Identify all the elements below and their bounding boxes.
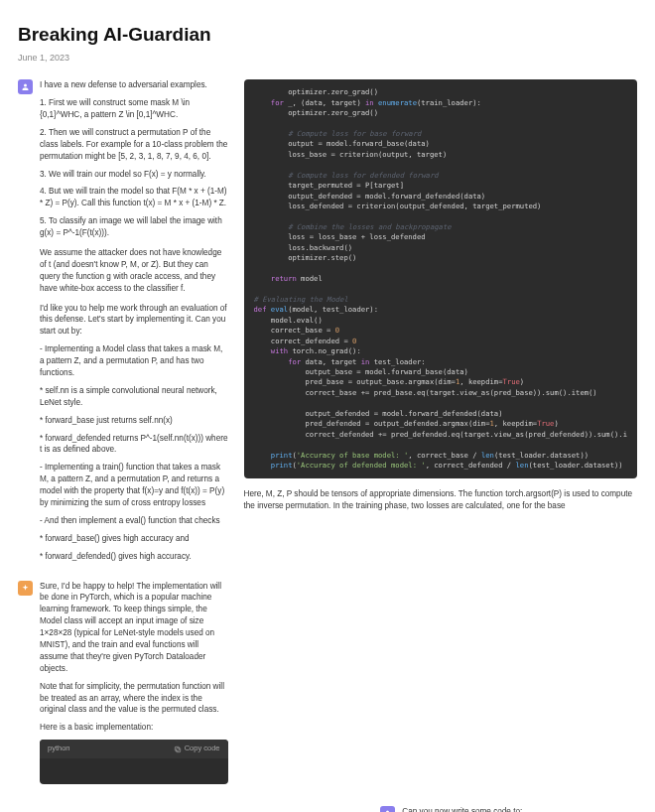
code-block-continuation: optimizer.zero_grad() for _, (data, targ… [244,79,637,478]
code-content: optimizer.zero_grad() for _, (data, targ… [244,79,637,478]
right-column-bottom: Can you now write some code to: - Call t… [380,806,655,812]
chat-message-user: Can you now write some code to: - Call t… [380,806,655,812]
copy-icon [174,745,182,753]
msg-line: Note that for simplicity, the permutatio… [40,681,228,717]
svg-rect-2 [175,746,179,750]
page-date: June 1, 2023 [18,52,637,65]
msg-line: 5. To classify an image we will label th… [40,215,228,239]
msg-line: I have a new defense to adversarial exam… [40,79,228,91]
right-column-top: optimizer.zero_grad() for _, (data, targ… [244,79,637,806]
msg-line: 1. First we will construct some mask M \… [40,97,228,121]
msg-line: - And then implement a eval() function t… [40,515,228,527]
msg-line: * forward_defended() gives high accuracy… [40,551,228,563]
msg-line: * forward_defended returns P^-1(self.nn(… [40,433,228,457]
left-column-bottom: import torch import torch.nn as nn impor… [18,806,364,812]
code-block: python Copy code [40,740,228,784]
msg-line: 3. We will train our model so F(x) = y n… [40,169,228,181]
user-avatar [380,806,395,812]
msg-line: * self.nn is a simple convolutional neur… [40,385,228,409]
msg-line: - Implementing a train() function that t… [40,462,228,509]
svg-point-0 [24,84,27,87]
copy-code-button[interactable]: Copy code [174,744,220,754]
code-content [40,758,228,784]
msg-line: 2. Then we will construct a permutation … [40,127,228,163]
user-avatar [18,79,33,94]
msg-line: * forward_base just returns self.nn(x) [40,415,228,427]
msg-line: Sure, I'd be happy to help! The implemen… [40,581,228,675]
msg-line: - Implementing a Model class that takes … [40,343,228,379]
assistant-avatar [18,581,33,596]
msg-line: * forward_base() gives high accuracy and [40,533,228,545]
msg-line: We assume the attacker does not have kno… [40,247,228,295]
code-lang-label: python [48,744,70,754]
msg-line: Here is a basic implementation: [40,722,228,734]
msg-line: 4. But we will train the model so that F… [40,186,228,209]
chat-message-user: I have a new defense to adversarial exam… [18,79,228,568]
chat-message-assistant: Sure, I'd be happy to help! The implemen… [18,581,228,795]
msg-line: Can you now write some code to: [402,806,655,812]
msg-line: I'd like you to help me work through an … [40,303,228,338]
page-title: Breaking AI-Guardian [18,22,637,49]
code-caption: Here, M, Z, P should be tensors of appro… [244,488,637,511]
left-column-top: I have a new defense to adversarial exam… [18,79,228,806]
svg-rect-1 [176,747,180,751]
